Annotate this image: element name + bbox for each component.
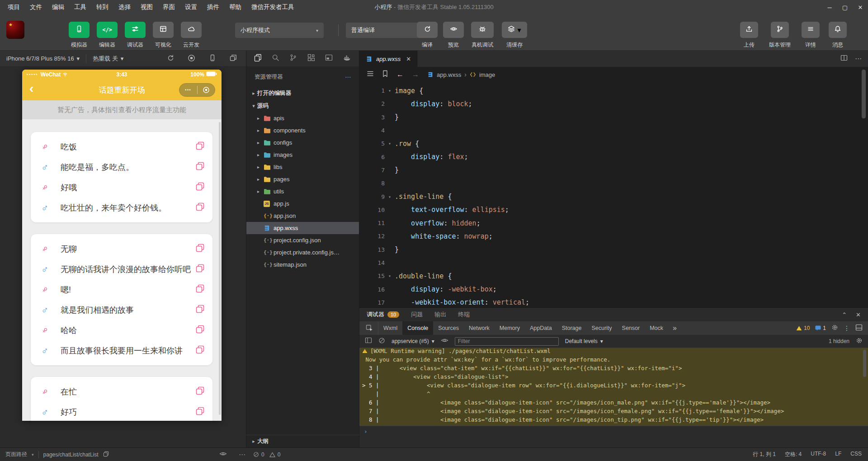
panel-tab[interactable]: 输出	[434, 310, 446, 319]
copy-icon[interactable]	[196, 305, 204, 315]
kebab-menu-icon[interactable]	[844, 324, 850, 332]
menu-item[interactable]: 设置	[180, 0, 202, 14]
back-arrow-icon[interactable]	[396, 71, 404, 79]
tree-item[interactable]: JS {·} libs	[246, 161, 359, 173]
menu-item[interactable]: 插件	[202, 0, 224, 14]
gear-icon[interactable]	[831, 324, 838, 333]
warning-counter[interactable]: 10	[796, 325, 810, 331]
forward-arrow-icon[interactable]	[412, 71, 419, 79]
devtools-tab[interactable]: Memory	[495, 321, 525, 335]
copy-icon[interactable]	[196, 325, 204, 335]
more-actions-icon[interactable]	[239, 451, 245, 459]
menu-item[interactable]: 界面	[158, 0, 180, 14]
tree-item[interactable]: JS {·} app.wxss	[246, 222, 359, 234]
editor-toggle[interactable]: </> 编辑器	[96, 22, 118, 49]
devtools-tab[interactable]: Sensor	[617, 321, 645, 335]
devtools-tab[interactable]: Console	[402, 321, 433, 335]
copy-path-icon[interactable]	[103, 451, 109, 458]
dock-panel-icon[interactable]	[855, 324, 863, 333]
devtools-tab[interactable]: Sources	[433, 321, 464, 335]
status-item[interactable]: 行 1, 列 1	[753, 451, 776, 458]
git-branch-icon[interactable]	[289, 54, 297, 63]
devtools-tab[interactable]: Security	[586, 321, 617, 335]
more-actions-icon[interactable]	[345, 73, 352, 80]
copy-icon[interactable]	[196, 202, 204, 213]
search-icon[interactable]	[272, 54, 279, 63]
message-counter[interactable]: 1	[815, 325, 826, 331]
avatar[interactable]: ★	[6, 21, 24, 39]
problems-counter[interactable]: 0 0	[253, 452, 280, 458]
console-scrollbar[interactable]	[863, 350, 866, 377]
mode-dropdown[interactable]: 小程序模式	[235, 23, 324, 38]
compile-button[interactable]: 编译	[417, 22, 438, 49]
hot-reload-selector[interactable]: 热重载 关	[93, 55, 123, 63]
fold-chevron-icon[interactable]: ▾	[385, 194, 395, 199]
menu-item[interactable]: 编辑	[47, 0, 69, 14]
maximize-icon[interactable]: ▢	[837, 0, 853, 14]
blocks-icon[interactable]	[307, 54, 315, 63]
log-levels-selector[interactable]: Default levels	[565, 338, 603, 344]
menu-item[interactable]: 微信开发者工具	[246, 0, 299, 14]
devtools-tab[interactable]: Mock	[645, 321, 668, 335]
tab-app-wxss[interactable]: app.wxss	[359, 51, 418, 67]
fold-chevron-icon[interactable]: ▾	[385, 141, 395, 146]
status-item[interactable]: LF	[835, 451, 841, 458]
copy-icon[interactable]	[196, 162, 204, 172]
menu-item[interactable]: 转到	[91, 0, 113, 14]
back-chevron-icon[interactable]	[29, 81, 33, 96]
status-item[interactable]: CSS	[850, 451, 862, 458]
tree-item[interactable]: JS {·} configs	[246, 136, 359, 149]
clear-console-icon[interactable]	[378, 337, 385, 346]
tree-item[interactable]: JS {·} apis	[246, 112, 359, 124]
tree-item[interactable]: JS {·} sitemap.json	[246, 259, 359, 271]
context-selector[interactable]: appservice (#5)	[392, 338, 434, 344]
tree-item[interactable]: JS {·} app.js	[246, 198, 359, 210]
panel-tab[interactable]: 问题	[411, 310, 423, 319]
menu-item[interactable]: 工具	[69, 0, 91, 14]
preview-button[interactable]: 预览	[443, 22, 464, 49]
page-path[interactable]: pages/chatList/chatList	[43, 452, 99, 458]
tree-item[interactable]: JS {·} project.config.json	[246, 234, 359, 246]
panel-tab[interactable]: 终端	[458, 310, 470, 319]
menu-item[interactable]: 选择	[113, 0, 136, 14]
tree-item[interactable]: JS {·} app.json	[246, 210, 359, 222]
details-button[interactable]: 详情	[801, 22, 820, 49]
console-sidebar-icon[interactable]	[365, 337, 372, 345]
refresh-icon[interactable]	[167, 54, 174, 63]
close-icon[interactable]: ✕	[853, 0, 868, 14]
console-prompt-row[interactable]	[359, 426, 868, 437]
collapse-chevron-icon[interactable]: ⌃	[842, 311, 847, 318]
phone-frame-icon[interactable]	[209, 54, 216, 63]
cloud-dev-toggle[interactable]: 云开发	[180, 22, 203, 49]
breadcrumb-symbol[interactable]: image	[479, 71, 495, 78]
copy-icon[interactable]	[196, 264, 204, 274]
clear-cache-button[interactable]: 清缓存	[501, 22, 528, 49]
menu-item[interactable]: 视图	[136, 0, 158, 14]
code-editor[interactable]: 1 ▾ image { 2 display: block; 3 }	[359, 82, 868, 307]
close-icon[interactable]	[406, 56, 411, 62]
simulator-toggle[interactable]: 模拟器	[68, 22, 90, 49]
device-selector[interactable]: iPhone 6/7/8 Plus 85% 16	[6, 55, 80, 62]
panel-tab[interactable]: 调试器 10	[367, 310, 399, 319]
filter-input[interactable]	[455, 337, 559, 346]
split-editor-icon[interactable]	[840, 54, 848, 63]
device-debug-button[interactable]: 真机调试	[469, 22, 495, 49]
copy-icon[interactable]	[196, 141, 204, 152]
exit-target-icon[interactable]	[198, 86, 215, 94]
minimize-icon[interactable]: ─	[822, 0, 837, 14]
menu-item[interactable]: 文件	[25, 0, 47, 14]
eye-icon[interactable]	[219, 451, 227, 458]
version-manage-button[interactable]: 版本管理	[767, 22, 793, 49]
devtools-tab[interactable]: Network	[464, 321, 495, 335]
devtools-tab[interactable]: Storage	[557, 321, 587, 335]
menu-item[interactable]: 项目	[3, 0, 25, 14]
breadcrumb-file[interactable]: app.wxss	[437, 71, 461, 78]
more-dots-icon[interactable]	[179, 88, 197, 92]
live-expression-eye-icon[interactable]	[441, 337, 448, 345]
tree-item[interactable]: JS {·} images	[246, 149, 359, 161]
detach-window-icon[interactable]	[230, 54, 237, 63]
devtools-tab[interactable]: Wxml	[378, 321, 402, 335]
devtools-tab[interactable]: AppData	[525, 321, 557, 335]
status-item[interactable]: UTF-8	[811, 451, 826, 458]
inspect-icon[interactable]	[359, 321, 378, 335]
